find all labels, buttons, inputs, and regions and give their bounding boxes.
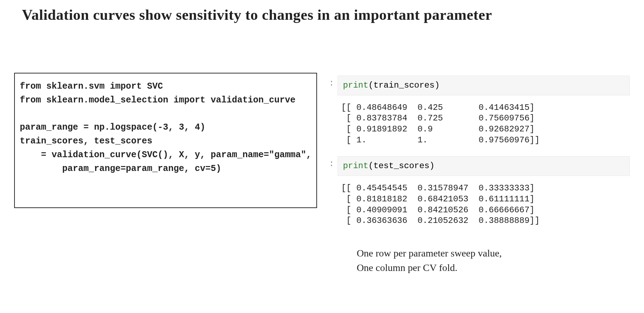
caption-line-1: One row per parameter sweep value, [357, 246, 630, 261]
cell-prompt: : [328, 156, 338, 169]
caption-line-2: One column per CV fold. [357, 261, 630, 275]
cell-output-2: [[ 0.45454545 0.31578947 0.33333333] [ 0… [338, 178, 630, 237]
print-args: (test_scores) [368, 161, 434, 171]
cell-input-1[interactable]: print(train_scores) [338, 76, 630, 95]
content-area: from sklearn.svm import SVC from sklearn… [0, 73, 644, 275]
caption: One row per parameter sweep value, One c… [357, 246, 630, 275]
slide-title: Validation curves show sensitivity to ch… [0, 0, 644, 23]
print-keyword: print [343, 81, 368, 90]
code-block-left: from sklearn.svm import SVC from sklearn… [14, 73, 317, 208]
print-keyword: print [343, 161, 368, 171]
cell-output-1: [[ 0.48648649 0.425 0.41463415] [ 0.8378… [338, 98, 630, 156]
cell-input-2[interactable]: print(test_scores) [338, 156, 630, 176]
print-args: (train_scores) [368, 81, 440, 90]
left-panel: from sklearn.svm import SVC from sklearn… [14, 73, 317, 275]
right-panel: : print(train_scores) [[ 0.48648649 0.42… [328, 73, 630, 275]
notebook-cell-2: : print(test_scores) [328, 156, 630, 176]
cell-prompt: : [328, 76, 338, 88]
notebook-cell-1: : print(train_scores) [328, 76, 630, 95]
